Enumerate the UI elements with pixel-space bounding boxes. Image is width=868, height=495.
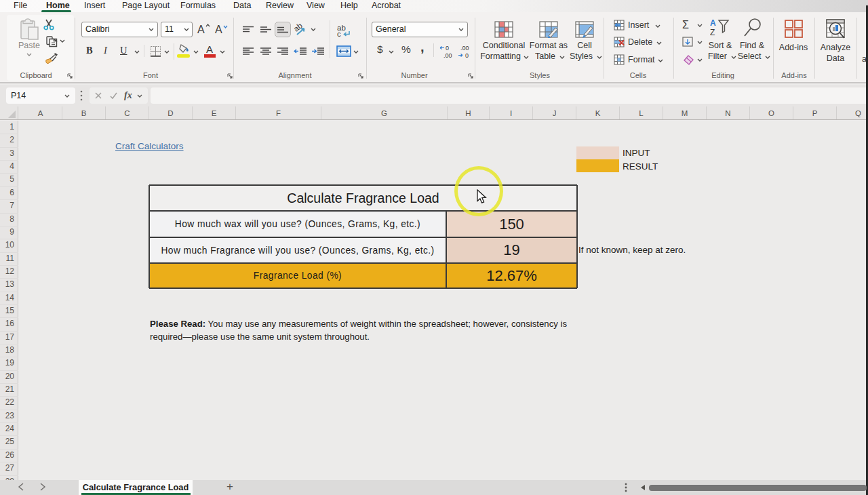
svg-text:Z: Z — [710, 28, 715, 37]
svg-text:A: A — [710, 18, 716, 28]
